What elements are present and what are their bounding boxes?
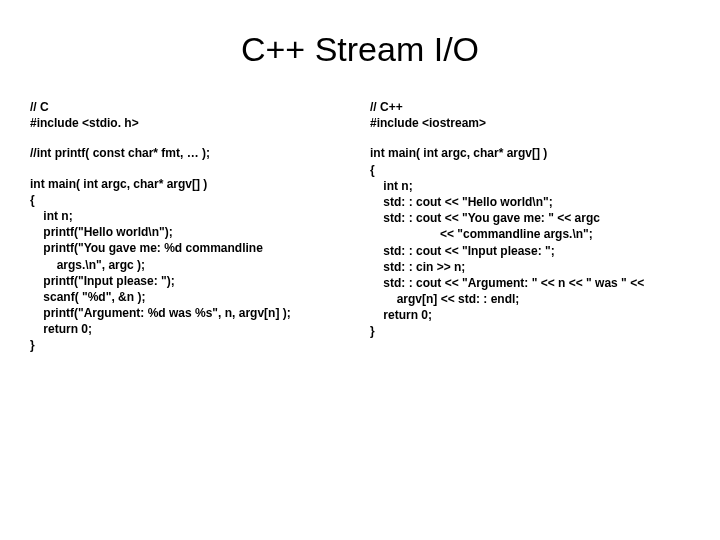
left-column: // C #include <stdio. h> //int printf( c… xyxy=(30,99,350,368)
left-code: int main( int argc, char* argv[] ) { int… xyxy=(30,176,350,354)
right-code: int main( int argc, char* argv[] ) { int… xyxy=(370,145,690,339)
slide: C++ Stream I/O // C #include <stdio. h> … xyxy=(0,0,720,540)
right-header: // C++ #include <iostream> xyxy=(370,99,690,131)
right-column: // C++ #include <iostream> int main( int… xyxy=(370,99,690,368)
slide-title: C++ Stream I/O xyxy=(30,30,690,69)
left-header: // C #include <stdio. h> xyxy=(30,99,350,131)
content-columns: // C #include <stdio. h> //int printf( c… xyxy=(30,99,690,368)
left-prototype: //int printf( const char* fmt, … ); xyxy=(30,145,350,161)
